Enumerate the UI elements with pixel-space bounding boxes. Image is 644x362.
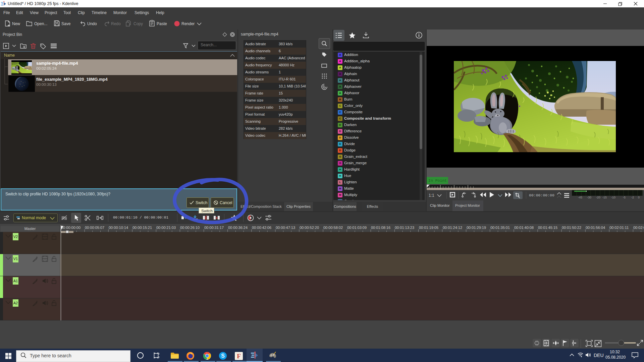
svg-text:S: S [221, 353, 225, 359]
svg-text:F: F [237, 353, 241, 360]
